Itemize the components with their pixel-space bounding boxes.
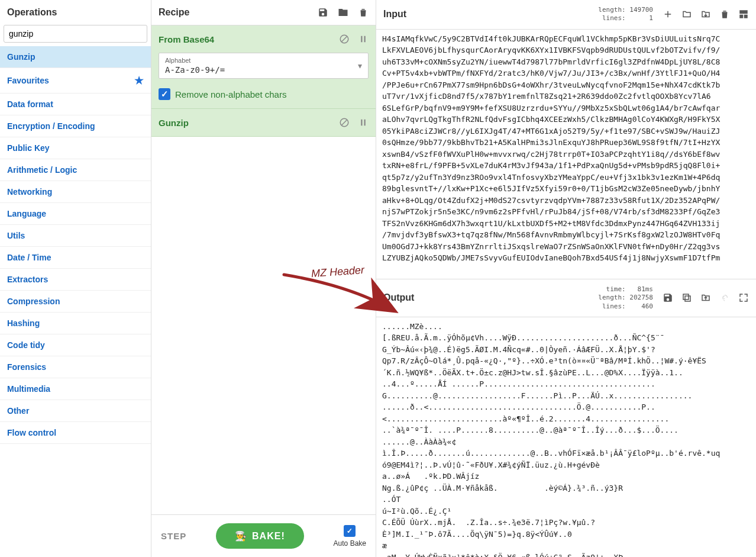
operation-item[interactable]: Gunzip [0,46,151,68]
operation-item[interactable]: Encryption / Encoding [0,115,151,137]
recipe-operation[interactable]: Gunzip [151,109,376,137]
input-title: Input [383,9,406,20]
recipe-footer: STEP 👨‍🍳BAKE! ✓ Auto Bake [151,514,376,557]
svg-rect-8 [739,11,748,14]
svg-line-5 [342,120,347,125]
disable-op-icon[interactable] [339,117,350,128]
output-pane: Output time: 81ms length: 202758 lines: … [376,279,756,557]
operation-item[interactable]: Flow control [0,422,151,444]
svg-rect-9 [739,15,743,18]
chevron-down-icon: ▾ [358,61,362,70]
output-content[interactable]: ......MZè.... [.ßREU.å.Ã.m..ÿÓhõµ¢Vh....… [376,317,756,557]
reset-layout-icon[interactable] [738,9,749,20]
recipe-panel: Recipe From Base64AlphabetA-Za-z0-9+/=▾✓… [151,0,376,557]
recipe-op-name: From Base64 [159,34,214,44]
input-pane: Input length: 149700 lines: 1 H4sIAMqfkV… [376,0,756,279]
pause-op-icon[interactable] [358,117,369,128]
operation-item[interactable]: Networking [0,181,151,203]
recipe-title: Recipe [159,7,189,18]
input-meta: length: 149700 lines: 1 [598,6,653,23]
autobake-label: Auto Bake [334,539,366,548]
output-header: Output time: 81ms length: 202758 lines: … [376,279,756,317]
bake-button[interactable]: 👨‍🍳BAKE! [216,523,304,549]
clear-input-icon[interactable] [719,9,730,20]
operation-item[interactable]: Date / Time [0,247,151,269]
operation-item[interactable]: Utils [0,225,151,247]
svg-rect-12 [683,294,689,300]
clear-recipe-icon[interactable] [358,7,369,18]
recipe-body: From Base64AlphabetA-Za-z0-9+/=▾✓Remove … [151,25,376,514]
recipe-header: Recipe [151,0,376,25]
save-recipe-icon[interactable] [318,7,328,18]
input-content[interactable]: H4sIAMqfkVwC/5y9C2BTVdI4ft0kJUBKArRQpECF… [376,30,756,279]
copy-output-icon[interactable] [681,292,692,303]
move-output-to-input-icon[interactable] [700,292,711,303]
operations-panel: Operations GunzipFavourites★Data formatE… [0,0,151,557]
operations-list: GunzipFavourites★Data formatEncryption /… [0,46,151,557]
operation-item[interactable]: Public Key [0,137,151,159]
checkbox-icon: ✓ [159,88,170,100]
pause-op-icon[interactable] [358,34,369,44]
svg-rect-7 [364,120,366,126]
output-title: Output [383,292,414,303]
open-folder-icon[interactable] [681,9,692,20]
operations-title: Operations [0,0,151,25]
star-icon: ★ [134,74,144,87]
output-meta: time: 81ms length: 202758 lines: 460 [598,285,653,311]
operation-item[interactable]: Data format [0,94,151,115]
open-file-icon[interactable] [700,9,711,20]
alphabet-dropdown[interactable]: AlphabetA-Za-z0-9+/=▾ [159,53,369,79]
step-button[interactable]: STEP [161,531,186,541]
undo-icon[interactable] [719,292,730,303]
svg-rect-6 [361,120,362,126]
svg-line-1 [342,37,347,42]
autobake-checkbox[interactable]: ✓ [344,525,356,537]
maximise-icon[interactable] [738,292,749,303]
operation-item[interactable]: Favourites★ [0,68,151,94]
operation-item[interactable]: Language [0,203,151,225]
load-recipe-icon[interactable] [338,7,348,18]
svg-rect-3 [364,36,366,43]
svg-rect-10 [744,15,748,18]
recipe-operation[interactable]: From Base64AlphabetA-Za-z0-9+/=▾✓Remove … [151,25,376,109]
operation-item[interactable]: Other [0,400,151,422]
autobake-toggle[interactable]: ✓ Auto Bake [334,525,366,548]
operations-search-input[interactable] [4,25,147,43]
operation-item[interactable]: Extractors [0,269,151,291]
add-input-icon[interactable] [663,9,673,20]
input-header: Input length: 149700 lines: 1 [376,0,756,30]
recipe-op-name: Gunzip [159,118,189,128]
operation-item[interactable]: Arithmetic / Logic [0,159,151,181]
disable-op-icon[interactable] [339,34,350,44]
svg-rect-2 [361,36,362,43]
operation-item[interactable]: Forensics [0,356,151,378]
save-output-icon[interactable] [663,292,673,303]
operation-item[interactable]: Compression [0,291,151,313]
operation-item[interactable]: Hashing [0,313,151,334]
io-column: Input length: 149700 lines: 1 H4sIAMqfkV… [376,0,756,557]
svg-rect-11 [685,296,690,301]
operation-item[interactable]: Code tidy [0,334,151,356]
remove-nonalpha-checkbox[interactable]: ✓Remove non-alphabet chars [151,86,376,108]
operation-item[interactable]: Multimedia [0,378,151,400]
